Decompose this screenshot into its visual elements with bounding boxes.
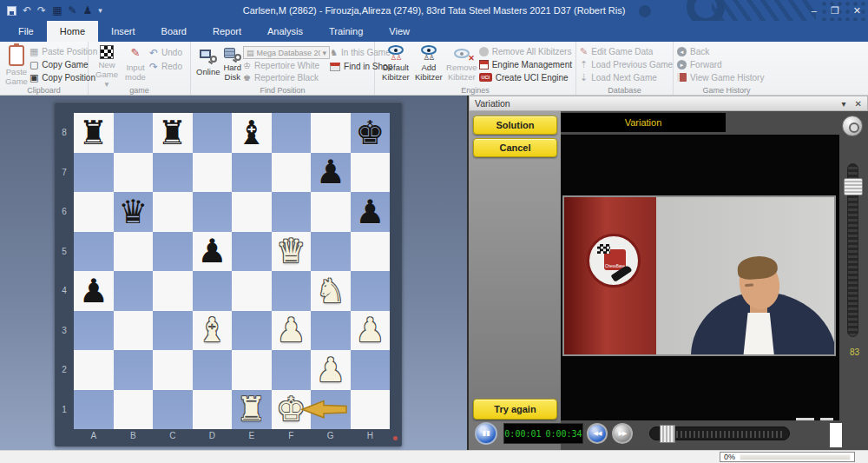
paste-game-button[interactable]: Paste Game [3,44,30,83]
white-pawn[interactable]: ♟ [272,311,312,351]
square-c1[interactable] [153,390,193,430]
square-e1[interactable]: ♜ [232,390,272,430]
copy-position-button[interactable]: ▣Copy Position [30,71,97,83]
repertoire-white-button[interactable]: ♔Repertoire White [243,60,330,71]
volume-slider[interactable] [847,163,858,337]
rewind-button[interactable]: ◀◀ [587,423,608,444]
new-game-button[interactable]: New Game ▾ [92,44,122,83]
square-g7[interactable]: ♟ [311,153,351,193]
restore-button[interactable]: ❐ [831,0,839,21]
square-e7[interactable] [232,153,272,193]
square-f2[interactable] [272,350,312,390]
undo-button[interactable]: ↶Undo [149,46,182,59]
square-g4[interactable]: ♞ [311,271,351,311]
default-kibitzer-button[interactable]: ♙♙ Default Kibitzer [378,44,413,83]
square-e2[interactable] [232,350,272,390]
white-rook[interactable]: ♜ [232,390,272,430]
square-c7[interactable] [153,153,193,193]
square-a6[interactable] [74,192,114,232]
square-d4[interactable] [193,271,233,311]
black-pawn[interactable]: ♟ [311,153,351,193]
cancel-button[interactable]: Cancel [473,138,557,157]
fast-forward-button[interactable]: ▶▶ [612,423,633,444]
square-e5[interactable] [232,232,272,272]
paste-position-button[interactable]: ▦Paste Position [30,46,97,58]
board-setup-icon[interactable]: ▦ [52,0,62,21]
square-b6[interactable]: ♛ [114,192,154,232]
square-e3[interactable] [232,311,272,351]
square-h1[interactable] [351,390,391,430]
square-h5[interactable] [351,232,391,272]
square-f6[interactable] [272,192,312,232]
undo-icon[interactable]: ↶ [23,0,31,21]
white-pawn[interactable]: ♟ [351,311,391,351]
square-f3[interactable]: ♟ [272,311,312,351]
square-g6[interactable] [311,192,351,232]
black-rook[interactable]: ♜ [153,113,193,153]
tab-file[interactable]: File [5,21,47,42]
reference-database-dropdown[interactable]: ▤ Mega Database 2021 ▾ [243,46,330,59]
redo-icon[interactable]: ↷ [37,0,46,21]
square-b1[interactable] [114,390,154,430]
square-f1[interactable]: ♚ [272,390,312,430]
pause-button[interactable] [475,422,497,445]
speaker-icon[interactable] [842,116,863,136]
remove-kibitzer-button[interactable]: Remove Kibitzer [444,44,479,83]
input-mode-button[interactable]: ✎ Input mode [122,44,149,83]
square-d7[interactable] [193,153,233,193]
online-button[interactable]: Online [194,44,221,83]
forward-button[interactable]: ►Forward [677,59,764,71]
tab-training[interactable]: Training [316,21,376,42]
panel-scrollbar-thumb[interactable] [830,423,842,447]
black-pawn[interactable]: ♟ [351,192,391,232]
square-h6[interactable]: ♟ [351,192,391,232]
square-d8[interactable] [193,113,233,153]
white-bishop[interactable]: ♝ [193,311,233,351]
square-g3[interactable] [311,311,351,351]
square-h7[interactable] [351,153,391,193]
black-queen[interactable]: ♛ [114,192,154,232]
square-e8[interactable]: ♝ [232,113,272,153]
square-g2[interactable]: ♟ [311,350,351,390]
seek-handle[interactable] [660,425,675,443]
tab-home[interactable]: Home [47,21,98,42]
copy-game-button[interactable]: ▢Copy Game [30,59,97,71]
black-pawn[interactable]: ♟ [193,232,233,272]
square-b8[interactable] [114,113,154,153]
square-g1[interactable] [311,390,351,430]
panel-collapse-icon[interactable]: ▾ [842,99,846,109]
square-h8[interactable]: ♚ [351,113,391,153]
square-c8[interactable]: ♜ [153,113,193,153]
square-f5[interactable]: ♛ [272,232,312,272]
square-b5[interactable] [114,232,154,272]
square-d5[interactable]: ♟ [193,232,233,272]
seek-bar[interactable] [649,427,790,440]
tab-report[interactable]: Report [200,21,254,42]
white-knight[interactable]: ♞ [311,271,351,311]
create-uci-engine-button[interactable]: UCICreate UCI Engine [479,71,572,83]
solution-button[interactable]: Solution [473,116,557,135]
white-king[interactable]: ♚ [272,390,312,430]
view-game-history-button[interactable]: View Game History [677,71,764,83]
tab-board[interactable]: Board [148,21,200,42]
black-rook[interactable]: ♜ [74,113,114,153]
square-a3[interactable] [74,311,114,351]
back-button[interactable]: ◄Back [677,46,764,58]
square-h4[interactable] [351,271,391,311]
tab-view[interactable]: View [376,21,423,42]
tab-insert[interactable]: Insert [98,21,148,42]
square-h2[interactable] [351,350,391,390]
black-king[interactable]: ♚ [351,113,391,153]
square-b4[interactable] [114,271,154,311]
square-c4[interactable] [153,271,193,311]
square-e4[interactable] [232,271,272,311]
black-bishop[interactable]: ♝ [232,113,272,153]
square-a2[interactable] [74,350,114,390]
tab-analysis[interactable]: Analysis [254,21,316,42]
edit-game-data-button[interactable]: ✎Edit Game Data [580,46,673,58]
remove-all-kibitzers-button[interactable]: Remove All Kibitzers [479,46,572,58]
square-a4[interactable]: ♟ [74,271,114,311]
try-again-button[interactable]: Try again [473,399,557,420]
volume-slider-handle[interactable] [844,178,863,195]
add-kibitzer-button[interactable]: ♙♙ Add Kibitzer [413,44,444,83]
